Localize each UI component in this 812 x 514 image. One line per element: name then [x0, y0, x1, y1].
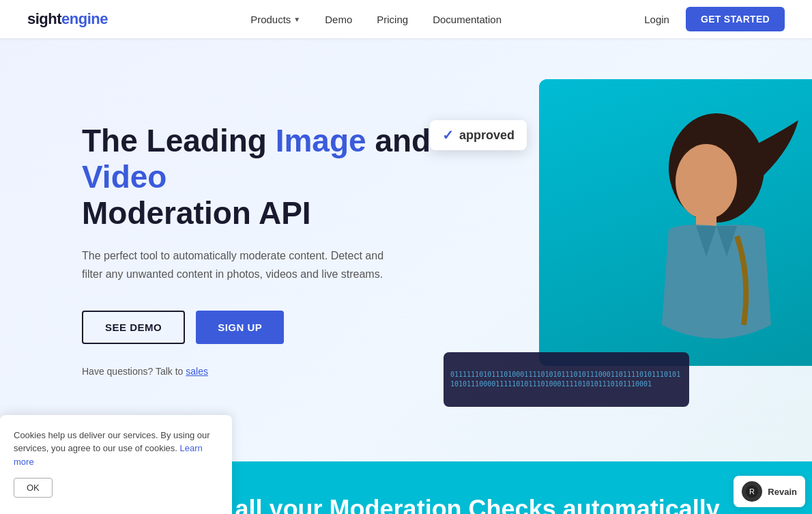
nav-demo[interactable]: Demo [325, 14, 352, 25]
cookie-text: Cookies help us deliver our services. By… [14, 429, 218, 469]
approved-text: approved [459, 128, 514, 143]
hero-visual: ✓ approved [484, 66, 812, 420]
see-demo-button[interactable]: SEE DEMO [82, 311, 185, 344]
hero-subtitle: The perfect tool to automatically modera… [82, 247, 396, 283]
get-started-button[interactable]: GET STARTED [686, 7, 785, 31]
hero-content: The Leading Image and Video Moderation A… [82, 123, 464, 377]
nav-documentation[interactable]: Documentation [433, 14, 502, 25]
binary-card: 0111111010111010001111010101110101110001… [444, 352, 689, 407]
svg-text:R: R [749, 487, 755, 496]
revain-icon: R [742, 481, 762, 502]
hero-title-image: Image [276, 123, 366, 158]
hero-question: Have questions? Talk to sales [82, 366, 464, 377]
hero-title-video: Video [82, 159, 166, 195]
cookie-banner: Cookies help us deliver our services. By… [0, 415, 232, 515]
hero-section: The Leading Image and Video Moderation A… [0, 38, 812, 461]
revain-logo-icon: R [746, 485, 758, 498]
navbar: sightengine Products ▼ Demo Pricing Docu… [0, 0, 812, 38]
hero-image-card [539, 79, 812, 366]
person-background [539, 79, 812, 366]
navbar-actions: Login GET STARTED [644, 7, 785, 31]
hero-title: The Leading Image and Video Moderation A… [82, 123, 464, 231]
binary-text: 0111111010111010001111010101110101110001… [450, 370, 682, 389]
logo-sight: sight [27, 10, 61, 27]
revain-label: Revain [768, 487, 797, 497]
logo-engine: engine [61, 10, 108, 27]
sales-link[interactable]: sales [186, 366, 208, 377]
nav-pricing[interactable]: Pricing [377, 14, 408, 25]
hero-buttons: SEE DEMO SIGN UP [82, 311, 464, 344]
chevron-down-icon: ▼ [293, 16, 300, 23]
cookie-ok-button[interactable]: OK [14, 478, 53, 498]
nav-links: Products ▼ Demo Pricing Documentation [250, 14, 502, 25]
sign-up-button[interactable]: SIGN UP [196, 311, 284, 344]
login-link[interactable]: Login [644, 14, 669, 25]
svg-point-1 [676, 144, 737, 219]
person-figure [628, 106, 805, 366]
brand-logo[interactable]: sightengine [27, 10, 108, 28]
nav-products[interactable]: Products ▼ [250, 14, 300, 25]
revain-badge[interactable]: R Revain [734, 476, 805, 507]
